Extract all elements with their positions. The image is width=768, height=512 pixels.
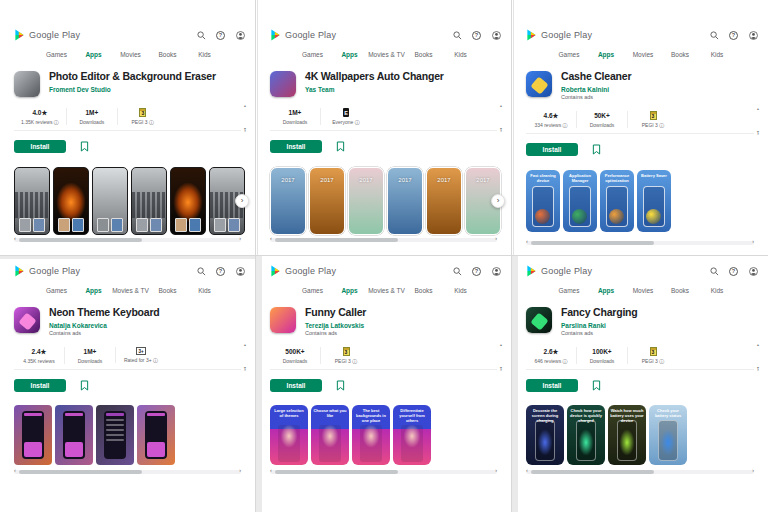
developer-link[interactable]: Natalja Kokarevica <box>49 322 160 329</box>
screenshot-tile[interactable]: 2017 <box>348 167 384 235</box>
screenshot-tile[interactable]: The best backgrounds in one place <box>352 405 390 465</box>
scroll-up-arrow[interactable]: ▲ <box>243 344 246 348</box>
scroll-right-arrow[interactable]: › <box>244 366 246 372</box>
profile-icon[interactable] <box>491 266 501 276</box>
screenshot-tile[interactable]: 2017 <box>426 167 462 235</box>
wishlist-icon[interactable] <box>80 380 89 391</box>
tab-books[interactable]: Books <box>149 287 186 294</box>
carousel-scrollbar[interactable]: ‹ › <box>526 470 754 474</box>
tab-movies-tv[interactable]: Movies & TV <box>368 51 405 58</box>
scroll-right-arrow[interactable]: › <box>244 127 246 133</box>
screenshot-tile[interactable] <box>96 405 134 465</box>
screenshot-tile[interactable] <box>170 167 206 235</box>
scroll-right-arrow[interactable]: › <box>500 127 502 133</box>
install-button[interactable]: Install <box>14 379 66 392</box>
tab-books[interactable]: Books <box>662 51 699 58</box>
help-icon[interactable]: ? <box>216 267 225 276</box>
stats-scrollbar[interactable]: › <box>526 133 754 134</box>
tab-kids[interactable]: Kids <box>699 287 736 294</box>
app-icon[interactable] <box>270 307 296 333</box>
help-icon[interactable]: ? <box>472 267 481 276</box>
screenshot-tile[interactable]: Performance optimization <box>600 170 634 232</box>
profile-icon[interactable] <box>491 30 501 40</box>
tab-kids[interactable]: Kids <box>186 51 223 58</box>
tab-games[interactable]: Games <box>294 287 331 294</box>
tab-movies[interactable]: Movies <box>625 287 662 294</box>
help-icon[interactable]: ? <box>729 267 738 276</box>
screenshot-tile[interactable]: 2017 <box>270 167 306 235</box>
tab-movies[interactable]: Movies <box>625 51 662 58</box>
help-icon[interactable]: ? <box>216 31 225 40</box>
carousel-next-button[interactable]: › <box>491 194 505 208</box>
scroll-up-arrow[interactable]: ▲ <box>756 108 759 112</box>
tab-apps[interactable]: Apps <box>331 287 368 294</box>
wishlist-icon[interactable] <box>592 380 601 391</box>
screenshot-tile[interactable]: Choose what you like <box>311 405 349 465</box>
google-play-logo[interactable]: Google Play <box>270 29 336 41</box>
tab-kids[interactable]: Kids <box>186 287 223 294</box>
stats-scrollbar[interactable]: › <box>14 130 241 131</box>
scroll-right-arrow[interactable]: › <box>495 236 497 242</box>
scroll-left-arrow[interactable]: ‹ <box>14 236 16 242</box>
wishlist-icon[interactable] <box>80 141 89 152</box>
developer-link[interactable]: Froment Dev Studio <box>49 86 216 93</box>
tab-movies-tv[interactable]: Movies & TV <box>112 287 149 294</box>
tab-apps[interactable]: Apps <box>588 287 625 294</box>
scrollbar-thumb[interactable] <box>531 470 654 474</box>
screenshot-tile[interactable] <box>137 405 175 465</box>
scroll-right-arrow[interactable]: › <box>757 366 759 372</box>
profile-icon[interactable] <box>748 266 758 276</box>
install-button[interactable]: Install <box>14 140 66 153</box>
google-play-logo[interactable]: Google Play <box>14 29 80 41</box>
scrollbar-thumb[interactable] <box>19 470 142 474</box>
scroll-up-arrow[interactable]: ▲ <box>243 105 246 109</box>
carousel-scrollbar[interactable]: ‹ › <box>526 241 754 245</box>
help-icon[interactable]: ? <box>472 31 481 40</box>
wishlist-icon[interactable] <box>336 380 345 391</box>
install-button[interactable]: Install <box>270 140 322 153</box>
tab-games[interactable]: Games <box>551 287 588 294</box>
tab-apps[interactable]: Apps <box>331 51 368 58</box>
stats-scrollbar[interactable]: › <box>526 369 754 370</box>
scrollbar-thumb[interactable] <box>275 238 398 242</box>
app-icon[interactable] <box>526 71 552 97</box>
app-icon[interactable] <box>270 71 296 97</box>
carousel-scrollbar[interactable]: ‹ › <box>14 470 241 474</box>
tab-games[interactable]: Games <box>38 287 75 294</box>
scroll-up-arrow[interactable]: ▲ <box>756 344 759 348</box>
tab-movies[interactable]: Movies <box>112 51 149 58</box>
tab-kids[interactable]: Kids <box>442 51 479 58</box>
profile-icon[interactable] <box>235 266 245 276</box>
scroll-left-arrow[interactable]: ‹ <box>526 239 528 245</box>
screenshot-tile[interactable] <box>55 405 93 465</box>
stats-scrollbar[interactable]: › <box>270 369 497 370</box>
screenshot-tile[interactable]: Battery Saver <box>637 170 671 232</box>
install-button[interactable]: Install <box>526 379 578 392</box>
stats-scrollbar[interactable]: › <box>270 130 497 131</box>
screenshot-tile[interactable] <box>14 405 52 465</box>
screenshot-tile[interactable]: 2017 <box>309 167 345 235</box>
screenshot-tile[interactable] <box>53 167 89 235</box>
stats-scrollbar[interactable]: › <box>14 369 241 370</box>
app-icon[interactable] <box>526 307 552 333</box>
tab-apps[interactable]: Apps <box>75 287 112 294</box>
search-icon[interactable] <box>452 30 462 40</box>
google-play-logo[interactable]: Google Play <box>526 29 592 41</box>
scroll-right-arrow[interactable]: › <box>239 468 241 474</box>
app-icon[interactable] <box>14 71 40 97</box>
tab-books[interactable]: Books <box>405 51 442 58</box>
screenshot-tile[interactable]: Check your battery status <box>649 405 687 465</box>
scroll-right-arrow[interactable]: › <box>495 468 497 474</box>
developer-link[interactable]: Parslina Ranki <box>561 322 638 329</box>
tab-apps[interactable]: Apps <box>588 51 625 58</box>
install-button[interactable]: Install <box>526 143 578 156</box>
google-play-logo[interactable]: Google Play <box>270 265 336 277</box>
scroll-left-arrow[interactable]: ‹ <box>270 468 272 474</box>
scrollbar-thumb[interactable] <box>19 238 142 242</box>
tab-books[interactable]: Books <box>149 51 186 58</box>
carousel-next-button[interactable]: › <box>235 194 249 208</box>
tab-books[interactable]: Books <box>662 287 699 294</box>
search-icon[interactable] <box>196 30 206 40</box>
screenshot-tile[interactable]: Differentiate yourself from others <box>393 405 431 465</box>
scroll-up-arrow[interactable]: ▲ <box>499 105 502 109</box>
